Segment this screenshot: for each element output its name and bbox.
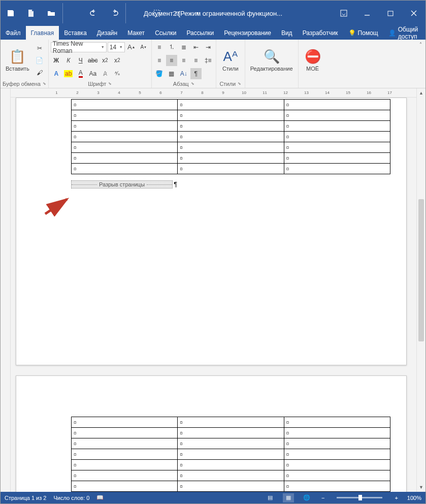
table-cell[interactable]: ¤: [72, 460, 178, 470]
table-cell[interactable]: ¤: [284, 132, 390, 142]
save-icon[interactable]: [1, 3, 21, 23]
tab-home[interactable]: Главная: [26, 26, 59, 40]
table-row[interactable]: ¤¤¤: [72, 460, 390, 470]
addin-button[interactable]: ⛔ МОЁ: [301, 43, 325, 78]
table-cell[interactable]: ¤: [72, 428, 178, 438]
table-row[interactable]: ¤¤¤: [72, 100, 390, 110]
editing-button[interactable]: 🔍 Редактирование: [247, 43, 296, 78]
table-cell[interactable]: ¤: [72, 100, 178, 110]
minimize-button[interactable]: [355, 3, 379, 23]
tell-me[interactable]: 💡Помощ: [343, 26, 383, 40]
close-button[interactable]: [402, 3, 425, 23]
table-cell[interactable]: ¤: [284, 164, 390, 174]
page-status[interactable]: Страница 1 из 2: [5, 495, 46, 501]
spellcheck-icon[interactable]: 📖: [96, 494, 104, 501]
copy-button[interactable]: 📄: [34, 55, 45, 66]
table-row[interactable]: ¤¤¤: [72, 438, 390, 449]
zoom-slider-knob[interactable]: [358, 495, 362, 500]
print-layout-button[interactable]: ▦: [283, 493, 294, 502]
table-row[interactable]: ¤¤¤: [72, 153, 390, 164]
multilevel-button[interactable]: ≣: [178, 42, 189, 53]
ribbon-options-icon[interactable]: [332, 3, 355, 23]
zoom-level[interactable]: 100%: [407, 495, 421, 501]
table-cell[interactable]: ¤: [178, 428, 284, 438]
numbering-button[interactable]: ⒈: [166, 42, 177, 53]
word-count[interactable]: Число слов: 0: [53, 495, 89, 501]
table-cell[interactable]: ¤: [178, 132, 284, 142]
table-row[interactable]: ¤¤¤: [72, 492, 390, 492]
tab-design[interactable]: Дизайн: [92, 26, 122, 40]
table-1[interactable]: ¤¤¤¤¤¤¤¤¤¤¤¤¤¤¤¤¤¤¤¤¤: [71, 99, 390, 174]
web-layout-button[interactable]: 🌐: [301, 493, 312, 502]
table-cell[interactable]: ¤: [72, 438, 178, 449]
scrollbar-vertical[interactable]: ▲ ▼: [416, 88, 425, 492]
table-cell[interactable]: ¤: [178, 110, 284, 121]
underline-button[interactable]: Ч: [75, 55, 86, 66]
justify-button[interactable]: ≡: [190, 55, 202, 66]
table-cell[interactable]: ¤: [284, 438, 390, 449]
table-cell[interactable]: ¤: [178, 492, 284, 492]
table-row[interactable]: ¤¤¤: [72, 481, 390, 492]
styles-button[interactable]: Aᴬ Стили: [218, 43, 243, 78]
bold-button[interactable]: Ж: [51, 55, 62, 66]
table-cell[interactable]: ¤: [284, 492, 390, 492]
cut-button[interactable]: ✂: [34, 43, 45, 54]
table-cell[interactable]: ¤: [178, 460, 284, 470]
table-row[interactable]: ¤¤¤: [72, 428, 390, 438]
tab-mailings[interactable]: Рассылки: [181, 26, 219, 40]
table-row[interactable]: ¤¤¤: [72, 164, 390, 174]
table-cell[interactable]: ¤: [72, 164, 178, 174]
new-doc-icon[interactable]: [21, 3, 41, 23]
table-cell[interactable]: ¤: [178, 481, 284, 492]
highlight-button[interactable]: ab: [63, 68, 74, 79]
table-cell[interactable]: ¤: [178, 142, 284, 153]
increase-indent-button[interactable]: ⇥: [203, 42, 214, 53]
table-cell[interactable]: ¤: [72, 121, 178, 132]
table-2[interactable]: ¤¤¤¤¤¤¤¤¤¤¤¤¤¤¤¤¤¤¤¤¤¤¤¤: [71, 417, 390, 492]
bullets-button[interactable]: ≡: [154, 42, 165, 53]
sort-button[interactable]: A↓: [178, 68, 189, 79]
table-cell[interactable]: ¤: [284, 481, 390, 492]
styles-dialog-launcher[interactable]: ⬊: [238, 80, 241, 87]
table-cell[interactable]: ¤: [178, 449, 284, 460]
clipboard-dialog-launcher[interactable]: ⬊: [43, 80, 46, 87]
paste-button[interactable]: 📋 Вставить: [3, 43, 32, 78]
tab-layout[interactable]: Макет: [122, 26, 150, 40]
table-cell[interactable]: ¤: [178, 470, 284, 481]
align-center-button[interactable]: ≡: [166, 55, 177, 66]
maximize-button[interactable]: [379, 3, 402, 23]
table-row[interactable]: ¤¤¤: [72, 142, 390, 153]
scroll-down-icon[interactable]: ▼: [417, 483, 425, 492]
show-marks-button[interactable]: ¶: [190, 68, 202, 79]
table-cell[interactable]: ¤: [178, 100, 284, 110]
ruler-vertical[interactable]: [1, 88, 11, 492]
strike-button[interactable]: abc: [87, 55, 99, 66]
font-color-button[interactable]: A: [75, 68, 86, 79]
table-cell[interactable]: ¤: [284, 449, 390, 460]
table-row[interactable]: ¤¤¤: [72, 110, 390, 121]
table-cell[interactable]: ¤: [178, 164, 284, 174]
table-cell[interactable]: ¤: [72, 142, 178, 153]
table-cell[interactable]: ¤: [178, 417, 284, 428]
zoom-out-button[interactable]: −: [319, 495, 326, 501]
shrink-font-button[interactable]: A▼: [138, 42, 149, 53]
share-button[interactable]: 👤Общий доступ: [383, 26, 425, 40]
align-left-button[interactable]: ≡: [154, 55, 165, 66]
font-size-combo[interactable]: 14▼: [108, 42, 125, 52]
change-case-button[interactable]: Aa: [87, 68, 99, 79]
page-break-marker[interactable]: Разрыв страницы: [71, 180, 173, 188]
table-cell[interactable]: ¤: [72, 481, 178, 492]
zoom-in-button[interactable]: +: [392, 495, 400, 501]
table-cell[interactable]: ¤: [284, 142, 390, 153]
grow-font-button[interactable]: A▲: [126, 42, 137, 53]
table-row[interactable]: ¤¤¤: [72, 121, 390, 132]
table-row[interactable]: ¤¤¤: [72, 132, 390, 142]
table-cell[interactable]: ¤: [284, 121, 390, 132]
table-cell[interactable]: ¤: [72, 470, 178, 481]
table-cell[interactable]: ¤: [178, 121, 284, 132]
open-doc-icon[interactable]: [41, 3, 61, 23]
font-name-combo[interactable]: Times New Roman▼: [51, 42, 107, 52]
table-cell[interactable]: ¤: [72, 110, 178, 121]
decrease-indent-button[interactable]: ⇤: [190, 42, 202, 53]
paragraph-dialog-launcher[interactable]: ⬊: [191, 80, 194, 87]
